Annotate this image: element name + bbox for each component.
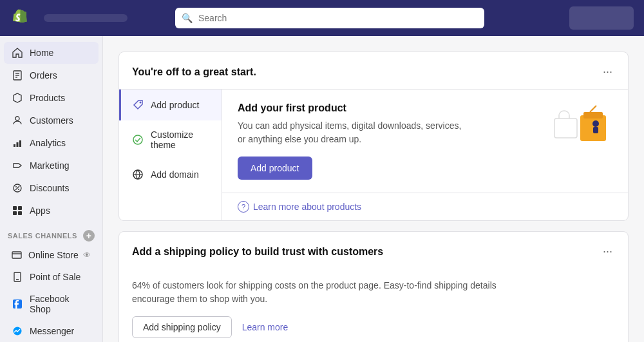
shipping-card-title: Add a shipping policy to build trust wit…: [132, 246, 383, 258]
sidebar-item-analytics[interactable]: Analytics: [4, 132, 99, 154]
sidebar-item-online-store[interactable]: Online Store 👁: [4, 245, 99, 265]
orders-icon: [12, 70, 23, 81]
svg-rect-7: [19, 140, 21, 147]
shipping-card: Add a shipping policy to build trust wit…: [118, 231, 629, 342]
add-product-button[interactable]: Add product: [238, 157, 312, 180]
shipping-card-menu-button[interactable]: ···: [600, 242, 615, 261]
sidebar-item-messenger-label: Messenger: [30, 326, 74, 336]
sidebar-item-home-label: Home: [30, 48, 53, 58]
sidebar-item-messenger[interactable]: Messenger: [4, 320, 99, 342]
step-customize-theme-label: Customize theme: [151, 129, 211, 150]
search-icon: 🔍: [182, 13, 193, 23]
analytics-icon: [12, 137, 23, 149]
learn-more-link[interactable]: ? Learn more about products: [222, 193, 628, 220]
products-icon: [12, 92, 23, 104]
svg-rect-16: [12, 252, 21, 258]
step-add-domain[interactable]: Add domain: [119, 159, 222, 190]
step-customize-theme[interactable]: Customize theme: [119, 120, 222, 159]
sidebar-item-pos-label: Point of Sale: [30, 272, 80, 282]
sidebar-item-products[interactable]: Products: [4, 87, 99, 109]
sales-channels-section: SALES CHANNELS +: [0, 222, 102, 244]
pos-icon: [12, 271, 23, 283]
svg-line-29: [590, 106, 596, 112]
svg-rect-30: [554, 119, 577, 138]
step-content-left: Add your first product You can add physi…: [238, 102, 538, 180]
step-add-product[interactable]: Add product: [119, 90, 222, 120]
sidebar-item-products-label: Products: [30, 93, 65, 103]
svg-rect-14: [13, 211, 17, 215]
sidebar-item-analytics-label: Analytics: [30, 138, 66, 148]
sidebar-item-customers[interactable]: Customers: [4, 109, 99, 131]
search-input[interactable]: [175, 8, 484, 28]
store-selector[interactable]: [44, 14, 128, 22]
topbar-right: [569, 6, 634, 30]
sidebar-item-orders[interactable]: Orders: [4, 64, 99, 86]
home-icon: [12, 47, 23, 59]
svg-point-31: [592, 120, 599, 127]
topbar-right-area: [569, 6, 634, 30]
shipping-card-content: 64% of customers look for shipping costs…: [119, 269, 628, 342]
step-add-domain-label: Add domain: [151, 169, 199, 180]
sidebar-item-customers-label: Customers: [30, 115, 73, 126]
svg-point-11: [18, 189, 19, 190]
step-detail-wrapper: Add your first product You can add physi…: [222, 90, 628, 220]
sidebar-item-marketing-label: Marketing: [30, 160, 69, 171]
start-card: You're off to a great start. ··· Add pro…: [118, 52, 629, 221]
online-store-icon: [12, 250, 22, 260]
apps-icon: [12, 205, 23, 216]
sidebar-item-facebook-shop[interactable]: Facebook Shop: [4, 289, 99, 319]
sidebar-item-discounts[interactable]: Discounts: [4, 177, 99, 199]
marketing-icon: [12, 160, 23, 171]
start-card-title: You're off to a great start.: [132, 66, 256, 78]
facebook-icon: [12, 298, 23, 310]
svg-point-4: [15, 117, 19, 120]
main-content: You're off to a great start. ··· Add pro…: [103, 36, 644, 342]
product-illustration: [548, 102, 612, 154]
sidebar-item-online-store-label: Online Store: [28, 250, 79, 260]
globe-icon: [131, 168, 144, 181]
sidebar-item-apps[interactable]: Apps: [4, 200, 99, 222]
steps-layout: Add product Customize theme Add domain: [119, 89, 628, 220]
svg-rect-18: [14, 272, 21, 281]
start-card-header: You're off to a great start. ···: [119, 52, 628, 89]
step-detail-description: You can add physical items, digital down…: [238, 119, 469, 146]
messenger-icon: [12, 325, 23, 337]
svg-point-10: [15, 186, 17, 187]
sidebar-item-facebook-shop-label: Facebook Shop: [30, 294, 91, 314]
discounts-icon: [12, 182, 23, 194]
svg-rect-28: [583, 112, 603, 119]
svg-rect-13: [18, 206, 22, 210]
shipping-actions: Add shipping policy Learn more: [132, 316, 615, 338]
svg-point-21: [14, 327, 22, 336]
eye-icon[interactable]: 👁: [83, 251, 91, 260]
add-sales-channel-button[interactable]: +: [83, 230, 95, 242]
check-circle-icon: [131, 133, 144, 146]
steps-list: Add product Customize theme Add domain: [119, 90, 222, 220]
learn-more-label: Learn more about products: [253, 202, 361, 212]
svg-rect-32: [593, 127, 598, 133]
sidebar-item-apps-label: Apps: [30, 205, 50, 216]
shipping-card-header: Add a shipping policy to build trust wit…: [119, 232, 628, 269]
sidebar-item-marketing[interactable]: Marketing: [4, 155, 99, 176]
sidebar-item-pos[interactable]: Point of Sale: [4, 266, 99, 288]
main-layout: Home Orders Products Customers Analytics: [0, 36, 644, 342]
topbar: 🔍: [0, 0, 644, 36]
start-card-menu-button[interactable]: ···: [600, 62, 615, 81]
tag-icon: [131, 99, 144, 111]
svg-point-23: [140, 102, 142, 104]
sidebar-item-home[interactable]: Home: [4, 42, 99, 64]
step-detail-title: Add your first product: [238, 102, 538, 114]
info-icon: ?: [238, 201, 249, 213]
svg-rect-12: [13, 206, 17, 210]
step-add-product-label: Add product: [151, 100, 200, 110]
shipping-card-description: 64% of customers look for shipping costs…: [132, 279, 518, 306]
sidebar-item-discounts-label: Discounts: [30, 183, 69, 193]
customers-icon: [12, 115, 23, 126]
shopify-logo: [10, 6, 33, 30]
shipping-learn-more-button[interactable]: Learn more: [240, 317, 291, 337]
svg-point-24: [133, 135, 142, 144]
svg-rect-15: [18, 211, 22, 215]
add-shipping-policy-button[interactable]: Add shipping policy: [132, 316, 232, 338]
sidebar-item-orders-label: Orders: [30, 70, 57, 81]
step-content: Add your first product You can add physi…: [222, 90, 628, 193]
